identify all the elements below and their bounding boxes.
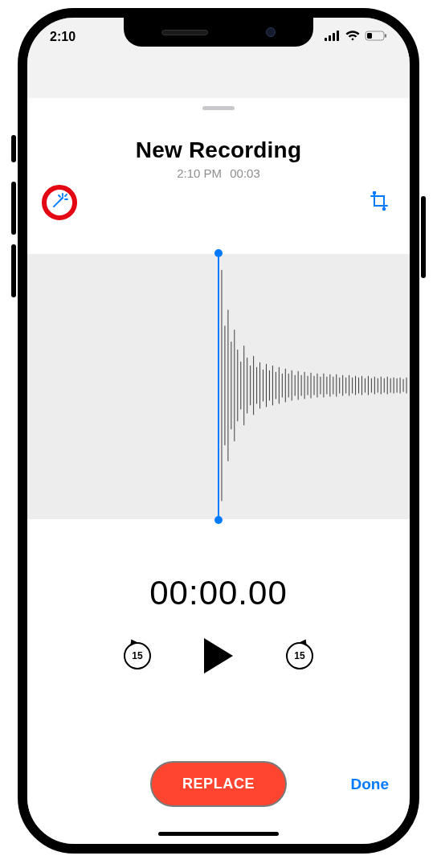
waveform [218,254,410,517]
volume-up-side [11,182,16,235]
svg-rect-5 [367,33,372,39]
notch [124,18,313,47]
svg-line-10 [65,194,67,196]
phone-frame: 2:10 New Recording 2:10 PM 00:03 [18,8,419,854]
playhead-handle-bottom[interactable] [214,516,223,524]
home-indicator[interactable] [158,832,279,836]
playhead-line[interactable] [218,254,219,519]
svg-rect-0 [325,38,327,41]
power-side [421,196,426,278]
trim-button[interactable] [370,191,390,215]
volume-down-side [11,244,16,297]
skip-forward-button[interactable]: 15 [284,641,315,671]
cellular-icon [325,30,341,44]
recording-subtitle: 2:10 PM 00:03 [27,166,410,180]
editor-sheet: New Recording 2:10 PM 00:03 [27,98,410,844]
svg-line-8 [61,198,63,200]
svg-rect-1 [329,35,331,41]
transport-controls: 15 15 [27,638,410,674]
recording-timestamp: 2:10 PM [177,166,222,180]
magic-wand-icon [51,192,68,213]
front-camera [266,27,276,37]
playhead-handle-top[interactable] [214,249,223,257]
recording-duration: 00:03 [230,166,260,180]
svg-line-12 [59,195,60,197]
replace-button[interactable]: REPLACE [150,761,287,807]
play-button[interactable] [204,638,233,674]
skip-back-value: 15 [122,641,153,671]
recording-title[interactable]: New Recording [27,137,410,163]
mute-switch [11,135,16,162]
skip-back-button[interactable]: 15 [122,641,153,671]
speaker-grille [161,30,208,35]
battery-icon [365,30,387,44]
skip-fwd-value: 15 [284,641,315,671]
enhance-button[interactable] [42,185,77,220]
done-button[interactable]: Done [351,776,390,793]
crop-icon [370,201,390,215]
svg-point-13 [374,192,376,194]
svg-rect-2 [333,33,335,41]
svg-rect-6 [385,34,386,38]
svg-rect-3 [337,31,339,41]
waveform-area[interactable] [27,238,410,535]
status-time: 2:10 [50,30,76,44]
wifi-icon [345,30,360,44]
svg-point-14 [383,208,386,211]
sheet-grabber[interactable] [202,106,235,110]
playhead-timer: 00:00.00 [27,574,410,612]
